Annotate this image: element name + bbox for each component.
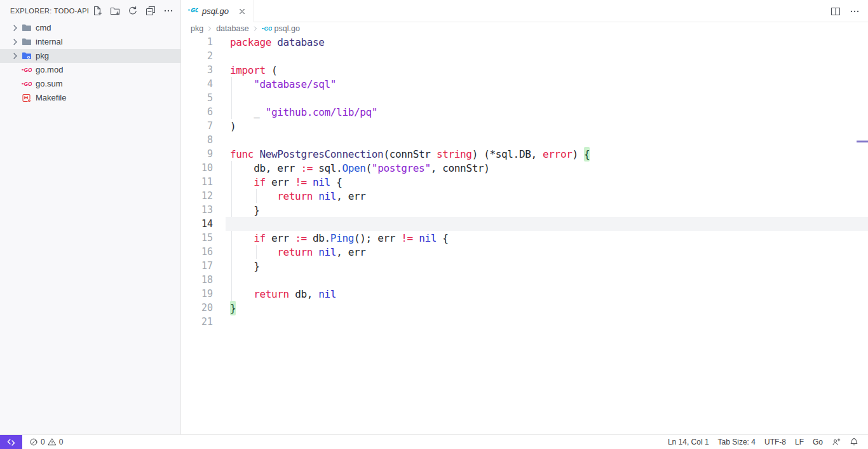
line-number: 1 <box>181 36 213 48</box>
code-line-text: return nil, err <box>230 190 366 202</box>
tree-indent <box>10 93 20 103</box>
bracket-match: { <box>584 147 590 162</box>
code-line-text: db, err := sql.Open("postgres", connStr) <box>230 162 490 174</box>
token: ( <box>266 64 278 76</box>
token <box>230 176 254 188</box>
code-line-text: } <box>230 260 259 272</box>
tree-item-label: Makefile <box>36 91 66 105</box>
tree-item-cmd[interactable]: cmd <box>0 21 180 35</box>
line-number: 18 <box>181 274 213 286</box>
code-line-12: 12 return nil, err <box>181 189 868 203</box>
code-line-2: 2 <box>181 49 868 63</box>
svg-text:GO: GO <box>264 25 272 32</box>
token: } <box>230 204 259 216</box>
svg-text:GO: GO <box>24 67 32 73</box>
status-label: UTF-8 <box>764 438 786 446</box>
token: db. <box>307 232 330 244</box>
split-editor-button[interactable] <box>830 6 841 17</box>
close-icon[interactable] <box>236 5 248 18</box>
line-number: 2 <box>181 50 213 62</box>
token <box>230 78 254 90</box>
status-notifications[interactable] <box>845 438 863 446</box>
status-end-of-line[interactable]: LF <box>790 438 808 446</box>
new-file-button[interactable] <box>92 5 103 17</box>
status-bar: 00 Ln 14, Col 1Tab Size: 4UTF-8LFGo <box>0 434 868 449</box>
tree-item-Makefile[interactable]: Makefile <box>0 91 180 105</box>
tree-item-label: cmd <box>36 21 51 35</box>
status-language-mode[interactable]: Go <box>808 438 827 446</box>
refresh-explorer-button[interactable] <box>127 5 139 17</box>
code-line-text: return db, nil <box>230 288 336 300</box>
token: ) (*sql.DB, <box>472 148 543 160</box>
token: db, err <box>230 162 301 174</box>
breadcrumb-label: psql.go <box>275 24 300 33</box>
tree-item-label: pkg <box>36 49 49 63</box>
tree-item-go.sum[interactable]: GOgo.sum <box>0 77 180 91</box>
line-number: 9 <box>181 148 213 160</box>
code-line-text: "database/sql" <box>230 78 336 90</box>
split-editor-icon <box>831 6 841 17</box>
indent-guide <box>231 91 232 105</box>
code-line-text: if err := db.Ping(); err != nil { <box>230 232 449 244</box>
breadcrumb-segment-psql.go[interactable]: GOpsql.go <box>262 24 300 34</box>
breadcrumb-segment-database[interactable]: database <box>216 24 248 33</box>
explorer-more-actions-button[interactable] <box>163 5 174 17</box>
new-folder-icon <box>110 6 120 16</box>
token: { <box>330 176 342 188</box>
code-line-text: } <box>230 302 236 314</box>
code-line-13: 13 } <box>181 203 868 217</box>
breadcrumb-label: database <box>216 24 248 33</box>
editor-actions <box>830 0 868 22</box>
code-line-text: return nil, err <box>230 246 366 258</box>
tree-item-internal[interactable]: internal <box>0 35 180 49</box>
status-encoding[interactable]: UTF-8 <box>760 438 790 446</box>
problems-status[interactable]: 00 <box>25 435 67 449</box>
token: (); err <box>354 232 401 244</box>
more-actions-icon <box>850 6 860 17</box>
token: ) <box>572 148 584 160</box>
status-cursor-position[interactable]: Ln 14, Col 1 <box>663 438 714 446</box>
line-number: 13 <box>181 204 213 216</box>
code-line-text: } <box>230 204 259 216</box>
token: != <box>295 176 307 188</box>
remote-indicator[interactable] <box>0 435 22 449</box>
token: ) <box>230 120 236 132</box>
token: database <box>277 36 324 48</box>
status-label: Tab Size: 4 <box>718 438 756 446</box>
token: , err <box>336 190 365 202</box>
folder-icon <box>22 23 32 33</box>
tree-indent <box>10 79 20 89</box>
new-folder-button[interactable] <box>109 5 121 17</box>
tab-label: psql.go <box>202 6 231 16</box>
editor-pane: GO psql.go pkgdatabaseGOpsql.go 1package… <box>181 0 868 434</box>
code-line-text: ) <box>230 120 236 132</box>
token: (connStr <box>383 148 437 160</box>
token: if <box>254 232 266 244</box>
package-folder-icon <box>22 51 32 61</box>
token: nil <box>318 190 336 202</box>
current-line-highlight <box>226 217 868 231</box>
token <box>307 176 313 188</box>
go-file-icon: GO <box>22 65 32 75</box>
breadcrumb-segment-pkg[interactable]: pkg <box>191 24 203 33</box>
workbench: EXPLORER: TODO-API cmdinternalpkgGOgo.mo… <box>0 0 868 434</box>
chevron-right-icon <box>10 37 20 47</box>
status-feedback[interactable] <box>827 438 845 446</box>
code-line-text: import ( <box>230 64 277 76</box>
editor-more-actions-button[interactable] <box>849 6 860 17</box>
code-line-11: 11 if err != nil { <box>181 175 868 189</box>
line-number: 14 <box>181 218 213 230</box>
status-tab-size[interactable]: Tab Size: 4 <box>714 438 760 446</box>
tree-item-pkg[interactable]: pkg <box>0 49 180 63</box>
token <box>230 288 254 300</box>
tree-item-go.mod[interactable]: GOgo.mod <box>0 63 180 77</box>
explorer-title: EXPLORER: TODO-API <box>10 7 92 15</box>
line-number: 6 <box>181 106 213 118</box>
line-number: 5 <box>181 92 213 104</box>
tab-psql-go[interactable]: GO psql.go <box>181 0 254 22</box>
code-editor[interactable]: 1package database23import (4 "database/s… <box>181 35 868 434</box>
go-file-icon: GO <box>22 79 32 89</box>
token: ( <box>366 162 372 174</box>
collapse-folders-button[interactable] <box>145 5 156 17</box>
code-line-text: func NewPostgresConnection(connStr strin… <box>230 148 590 160</box>
